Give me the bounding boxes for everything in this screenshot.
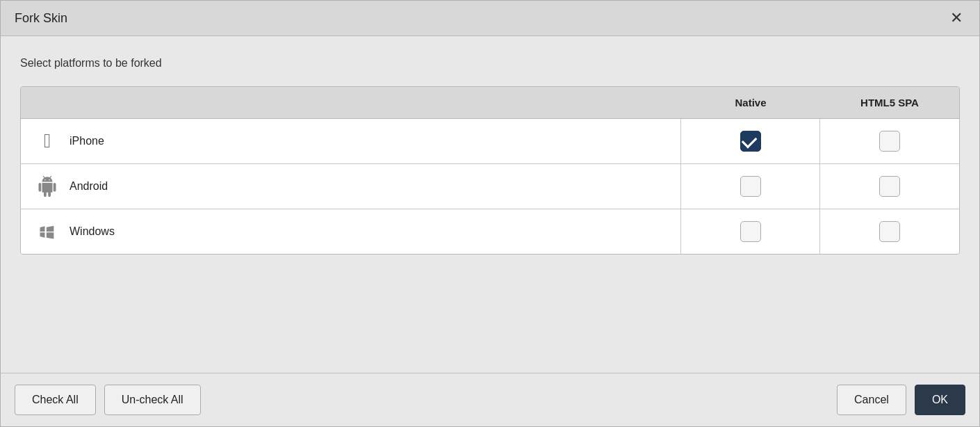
table-row: Windows — [21, 209, 959, 254]
ok-button[interactable]: OK — [915, 385, 965, 415]
checkbox-android-native[interactable] — [740, 176, 761, 197]
col-platform — [21, 87, 681, 118]
checkbox-cell-android-html5 — [820, 164, 959, 209]
table-row: Android — [21, 164, 959, 209]
platform-cell-android: Android — [21, 164, 681, 209]
cancel-button[interactable]: Cancel — [837, 385, 906, 415]
table-row:  iPhone — [21, 119, 959, 164]
platform-name-windows: Windows — [70, 225, 115, 238]
checkbox-windows-html5[interactable] — [879, 221, 900, 242]
checkbox-cell-iphone-native — [681, 119, 820, 163]
footer-right-actions: Cancel OK — [837, 385, 965, 415]
checkbox-cell-android-native — [681, 164, 820, 209]
footer-left-actions: Check All Un-check All — [15, 385, 201, 415]
apple-icon:  — [35, 129, 60, 154]
checkbox-windows-native[interactable] — [740, 221, 761, 242]
table-header: Native HTML5 SPA — [21, 87, 959, 119]
android-icon — [35, 174, 60, 199]
check-all-button[interactable]: Check All — [15, 385, 96, 415]
checkbox-iphone-html5[interactable] — [879, 131, 900, 152]
dialog-title: Fork Skin — [15, 11, 67, 26]
dialog-footer: Check All Un-check All Cancel OK — [1, 373, 979, 426]
col-html5: HTML5 SPA — [820, 87, 959, 118]
dialog-body: Select platforms to be forked Native HTM… — [1, 36, 979, 373]
checkbox-iphone-native[interactable] — [740, 131, 761, 152]
platform-cell-windows: Windows — [21, 209, 681, 254]
platform-table: Native HTML5 SPA  iPhone — [20, 86, 960, 255]
platform-cell-iphone:  iPhone — [21, 119, 681, 163]
platform-name-iphone: iPhone — [70, 135, 104, 147]
close-button[interactable]: ✕ — [947, 10, 965, 26]
checkbox-android-html5[interactable] — [879, 176, 900, 197]
checkbox-cell-windows-native — [681, 209, 820, 254]
platform-name-android: Android — [70, 180, 108, 193]
windows-icon — [35, 219, 60, 244]
dialog-subtitle: Select platforms to be forked — [20, 57, 960, 70]
checkbox-cell-windows-html5 — [820, 209, 959, 254]
dialog-header: Fork Skin ✕ — [1, 1, 979, 36]
checkbox-cell-iphone-html5 — [820, 119, 959, 163]
fork-skin-dialog: Fork Skin ✕ Select platforms to be forke… — [0, 0, 980, 427]
uncheck-all-button[interactable]: Un-check All — [104, 385, 201, 415]
col-native: Native — [681, 87, 820, 118]
